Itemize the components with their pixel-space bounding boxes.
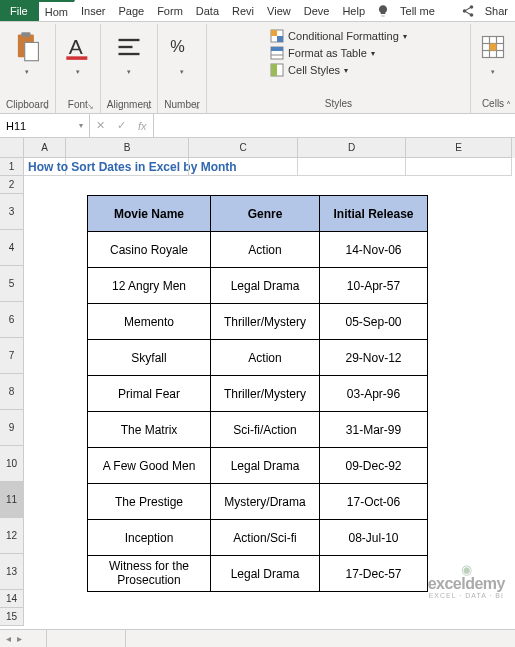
table-cell[interactable]: 17-Oct-06: [320, 484, 428, 520]
formula-input[interactable]: [154, 114, 515, 137]
dialog-launcher-icon[interactable]: ↘: [87, 102, 94, 111]
table-cell[interactable]: Legal Drama: [211, 268, 320, 304]
table-cell[interactable]: Inception: [88, 520, 211, 556]
table-cell[interactable]: Legal Drama: [211, 556, 320, 592]
chevron-down-icon[interactable]: ▾: [79, 121, 83, 130]
table-header[interactable]: Movie Name: [88, 196, 211, 232]
fx-icon[interactable]: fx: [132, 120, 153, 132]
cell[interactable]: [406, 158, 512, 176]
check-icon[interactable]: ✓: [111, 119, 132, 132]
table-header[interactable]: Initial Release: [320, 196, 428, 232]
table-cell[interactable]: A Few Good Men: [88, 448, 211, 484]
column-header[interactable]: B: [66, 138, 189, 158]
table-cell[interactable]: Sci-fi/Action: [211, 412, 320, 448]
format-as-table-button[interactable]: Format as Table ▾: [270, 46, 375, 60]
cell-styles-button[interactable]: Cell Styles ▾: [270, 63, 348, 77]
row-header[interactable]: 6: [0, 302, 24, 338]
chevron-down-icon[interactable]: ▾: [76, 68, 80, 76]
sheet-title-cell[interactable]: How to Sort Dates in Excel by Month: [24, 158, 66, 176]
alignment-icon[interactable]: [113, 31, 145, 63]
tab-page-layout[interactable]: Page: [112, 0, 151, 21]
table-cell[interactable]: Primal Fear: [88, 376, 211, 412]
tab-formulas[interactable]: Form: [151, 0, 190, 21]
cells-area[interactable]: How to Sort Dates in Excel by Month Movi…: [24, 158, 515, 626]
row-header[interactable]: 5: [0, 266, 24, 302]
font-icon[interactable]: A: [62, 31, 94, 63]
row-header[interactable]: 8: [0, 374, 24, 410]
tab-insert[interactable]: Inser: [75, 0, 112, 21]
column-header[interactable]: C: [189, 138, 298, 158]
chevron-down-icon[interactable]: ▾: [127, 68, 131, 76]
row-header[interactable]: 2: [0, 176, 24, 194]
cells-icon[interactable]: [477, 31, 509, 63]
column-header[interactable]: D: [298, 138, 406, 158]
table-cell[interactable]: Witness for the Prosecution: [88, 556, 211, 592]
row-header[interactable]: 11: [0, 482, 24, 518]
table-cell[interactable]: 10-Apr-57: [320, 268, 428, 304]
table-cell[interactable]: Action: [211, 340, 320, 376]
row-header[interactable]: 4: [0, 230, 24, 266]
table-cell[interactable]: Memento: [88, 304, 211, 340]
column-header[interactable]: E: [406, 138, 512, 158]
cell[interactable]: [189, 158, 298, 176]
tab-developer[interactable]: Deve: [298, 0, 337, 21]
tab-help[interactable]: Help: [336, 0, 372, 21]
table-cell[interactable]: 12 Angry Men: [88, 268, 211, 304]
select-all-corner[interactable]: [0, 138, 24, 158]
tab-home[interactable]: Hom: [39, 0, 75, 21]
table-cell[interactable]: Thriller/Mystery: [211, 304, 320, 340]
chevron-down-icon[interactable]: ▾: [25, 68, 29, 76]
cell[interactable]: [298, 158, 406, 176]
table-cell[interactable]: Action: [211, 232, 320, 268]
collapse-ribbon-icon[interactable]: ˄: [506, 100, 511, 111]
table-cell[interactable]: Action/Sci-fi: [211, 520, 320, 556]
table-cell[interactable]: The Prestige: [88, 484, 211, 520]
table-cell[interactable]: 14-Nov-06: [320, 232, 428, 268]
row-header[interactable]: 10: [0, 446, 24, 482]
table-cell[interactable]: 29-Nov-12: [320, 340, 428, 376]
sheet-tab[interactable]: [46, 630, 126, 647]
cell[interactable]: [66, 158, 189, 176]
tab-view[interactable]: View: [261, 0, 298, 21]
share-button[interactable]: Shar: [479, 0, 515, 21]
table-cell[interactable]: 09-Dec-92: [320, 448, 428, 484]
spreadsheet-grid[interactable]: A B C D E 1 2 3 4 5 6 7 8 9 10 11 12 13 …: [0, 138, 515, 629]
sheet-nav-prev-icon[interactable]: ◂: [6, 633, 11, 644]
tell-me[interactable]: Tell me: [394, 0, 442, 21]
row-header[interactable]: 14: [0, 590, 24, 608]
column-header[interactable]: A: [24, 138, 66, 158]
file-menu[interactable]: File: [0, 0, 39, 21]
chevron-down-icon[interactable]: ▾: [180, 68, 184, 76]
table-cell[interactable]: Mystery/Drama: [211, 484, 320, 520]
table-cell[interactable]: 08-Jul-10: [320, 520, 428, 556]
dialog-launcher-icon[interactable]: ↘: [193, 102, 200, 111]
name-box[interactable]: H11 ▾: [0, 114, 90, 137]
lightbulb-icon[interactable]: [372, 0, 394, 21]
cancel-icon[interactable]: ✕: [90, 119, 111, 132]
table-cell[interactable]: Casino Royale: [88, 232, 211, 268]
table-cell[interactable]: 05-Sep-00: [320, 304, 428, 340]
row-header[interactable]: 13: [0, 554, 24, 590]
table-cell[interactable]: Legal Drama: [211, 448, 320, 484]
row-header[interactable]: 3: [0, 194, 24, 230]
row-header[interactable]: 1: [0, 158, 24, 176]
dialog-launcher-icon[interactable]: ↘: [144, 102, 151, 111]
share-icon[interactable]: [457, 0, 479, 21]
table-cell[interactable]: Thriller/Mystery: [211, 376, 320, 412]
sheet-nav-next-icon[interactable]: ▸: [17, 633, 22, 644]
tab-data[interactable]: Data: [190, 0, 226, 21]
tab-review[interactable]: Revi: [226, 0, 261, 21]
conditional-formatting-button[interactable]: Conditional Formatting ▾: [270, 29, 407, 43]
number-format-icon[interactable]: %: [166, 31, 198, 63]
table-header[interactable]: Genre: [211, 196, 320, 232]
row-header[interactable]: 9: [0, 410, 24, 446]
paste-icon[interactable]: [11, 31, 43, 63]
table-cell[interactable]: 31-Mar-99: [320, 412, 428, 448]
row-header[interactable]: 7: [0, 338, 24, 374]
row-header[interactable]: 15: [0, 608, 24, 626]
row-header[interactable]: 12: [0, 518, 24, 554]
table-cell[interactable]: The Matrix: [88, 412, 211, 448]
table-cell[interactable]: 17-Dec-57: [320, 556, 428, 592]
chevron-down-icon[interactable]: ▾: [491, 68, 495, 76]
table-cell[interactable]: Skyfall: [88, 340, 211, 376]
